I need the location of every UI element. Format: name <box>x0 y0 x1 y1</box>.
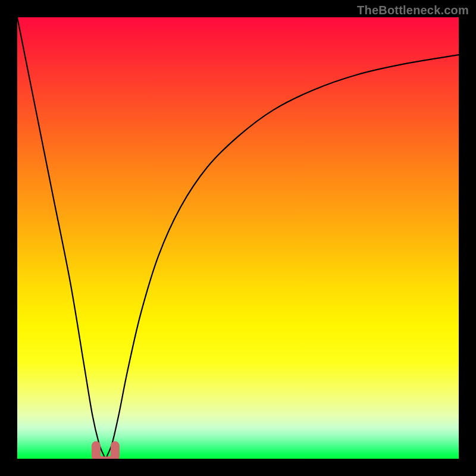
min-point-marker <box>96 446 115 459</box>
bottleneck-curve <box>17 17 459 459</box>
chart-frame: TheBottleneck.com <box>0 0 476 476</box>
plot-area <box>17 17 459 459</box>
attribution-text: TheBottleneck.com <box>357 4 469 17</box>
